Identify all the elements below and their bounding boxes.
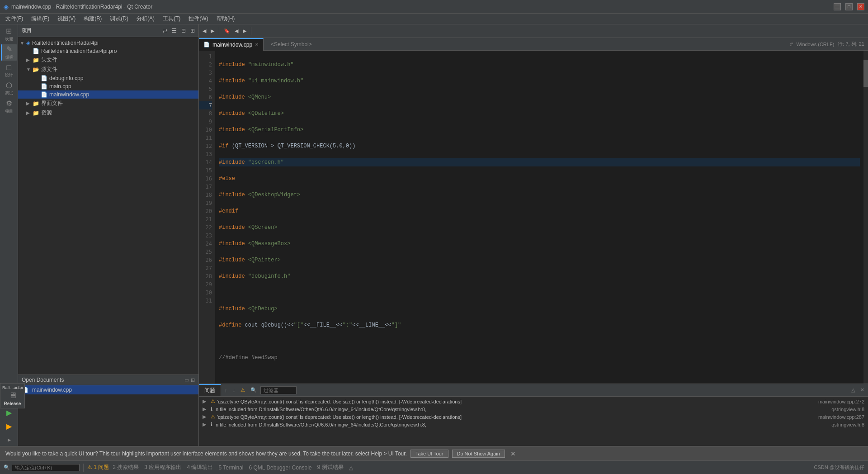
tab-file-icon: 📄: [203, 42, 210, 47]
menu-control[interactable]: 控件(W): [185, 14, 212, 24]
status-bar: 🔍 ⚠ 1 问题 2 搜索结果 3 应用程序输出 4 编译输出 5 Termin…: [0, 460, 868, 474]
issue-1-warn-icon: ⚠: [211, 398, 215, 404]
issues-filter-input[interactable]: [260, 386, 297, 394]
open-docs-close-btn[interactable]: ▭: [184, 377, 189, 383]
tree-item-headers[interactable]: ▶ 📁 头文件: [18, 55, 198, 65]
title-bar: ◈ mainwindow.cpp - RailteIdentificationR…: [0, 0, 868, 14]
line-numbers: 12345 678910 1112131415 1617181920 21222…: [199, 51, 215, 384]
debuginfo-file-icon: 📄: [41, 75, 47, 81]
take-tour-button[interactable]: Take UI Tour: [410, 450, 448, 458]
issues-maximize-btn[interactable]: △: [849, 384, 857, 396]
test-tab[interactable]: 9 测试结果: [316, 464, 345, 471]
issue-row-2[interactable]: ▶ ℹ In file included from D:/Install/Sof…: [199, 405, 868, 413]
kit-mode-label: Release: [2, 401, 23, 406]
debug-run-button[interactable]: ▶: [1, 420, 17, 432]
issue-4-info-icon: ℹ: [211, 422, 212, 427]
menu-build[interactable]: 构建(B): [80, 14, 105, 24]
kit-selector[interactable]: Railt...ar4pi 🖥 Release: [0, 383, 25, 408]
issue-row-3[interactable]: ▶ ⚠ 'qsizetype QByteArray::count() const…: [199, 413, 868, 421]
code-lines[interactable]: #include "mainwindow.h" #include "ui_mai…: [215, 51, 863, 384]
menu-analyze[interactable]: 分析(A): [133, 14, 158, 24]
sidebar-item-edit[interactable]: ✎ 编辑: [1, 44, 17, 61]
tree-item-resources[interactable]: ▶ 📁 资源: [18, 108, 198, 118]
open-doc-mainwindow[interactable]: 📄 mainwindow.cpp: [18, 385, 198, 394]
tour-text: Would you like to take a quick UI tour? …: [5, 450, 407, 457]
tree-item-main[interactable]: 📄 main.cpp: [18, 82, 198, 90]
issues-down-btn[interactable]: ↓: [231, 387, 237, 394]
issue-row-1[interactable]: ▶ ⚠ 'qsizetype QByteArray::count() const…: [199, 398, 868, 405]
kit-monitor-icon: 🖥: [2, 391, 23, 400]
panel-filter-btn[interactable]: ☰: [170, 27, 179, 35]
tour-close-icon[interactable]: ✕: [510, 450, 516, 457]
sidebar-item-design[interactable]: ◻ 设计: [1, 62, 17, 79]
issues-close-btn[interactable]: ✕: [859, 384, 866, 396]
sidebar-label-project: 项目: [5, 109, 13, 114]
forward-btn[interactable]: ▶: [209, 27, 216, 35]
editor-area: ◀ ▶ 🔖 ◀ ▶ 📄 mainwindow.cpp ✕ <Select Sym…: [199, 24, 868, 474]
issues-warn-btn[interactable]: ⚠: [239, 386, 247, 394]
issue-1-expand: ▶: [203, 398, 209, 404]
menu-bar: 文件(F) 编辑(E) 视图(V) 构建(B) 调试(D) 分析(A) 工具(T…: [0, 14, 868, 24]
app-icon: ◈: [4, 3, 9, 10]
mainwindow-file-icon: 📄: [41, 91, 47, 98]
tree-item-ui[interactable]: ▶ 📁 界面文件: [18, 99, 198, 108]
nav-up-btn[interactable]: △: [349, 465, 353, 471]
issues-filter-btn[interactable]: 🔍: [249, 386, 259, 394]
editor-scrollbar[interactable]: [863, 51, 868, 384]
minimize-button[interactable]: —: [834, 3, 841, 10]
menu-file[interactable]: 文件(F): [2, 14, 27, 24]
nav-next-btn[interactable]: ▶: [241, 27, 248, 35]
pro-file-icon: 📄: [33, 48, 39, 54]
nav-prev-btn[interactable]: ◀: [233, 27, 240, 35]
tree-item-sources[interactable]: ▼ 📂 源文件: [18, 65, 198, 74]
tree-item-pro[interactable]: 📄 RailteIdentificationRadar4pi.pro: [18, 47, 198, 55]
tab-close-btn[interactable]: ✕: [255, 42, 259, 47]
sidebar-item-welcome[interactable]: ⊞ 欢迎: [1, 26, 17, 43]
menu-tools[interactable]: 工具(T): [159, 14, 184, 24]
issue-2-text: In file included from D:/Install/Softwar…: [214, 407, 426, 412]
search-results-tab[interactable]: 2 搜索结果: [111, 464, 141, 471]
menu-help[interactable]: 帮助(H): [213, 14, 239, 24]
panel-sync-btn[interactable]: ⇄: [161, 27, 169, 35]
issue-row-4[interactable]: ▶ ℹ In file included from D:/Install/Sof…: [199, 421, 868, 428]
code-view[interactable]: 12345 678910 1112131415 1617181920 21222…: [199, 51, 868, 384]
compile-tab[interactable]: 4 编译输出: [185, 464, 215, 471]
open-docs-expand-btn[interactable]: ⊞: [191, 377, 195, 383]
goto-input[interactable]: [12, 464, 80, 471]
close-button[interactable]: ✕: [857, 3, 864, 10]
tab-mainwindow[interactable]: 📄 mainwindow.cpp ✕: [199, 38, 264, 51]
menu-edit[interactable]: 编辑(E): [28, 14, 53, 24]
sidebar-label-design: 设计: [5, 72, 13, 78]
menu-view[interactable]: 视图(V): [54, 14, 79, 24]
tree-label-headers: 头文件: [41, 56, 57, 64]
build-button[interactable]: ▸: [1, 433, 17, 446]
maximize-button[interactable]: □: [845, 3, 853, 10]
tree-label-main: main.cpp: [49, 83, 71, 90]
issue-1-file: mainwindow.cpp:272: [818, 399, 864, 404]
panel-close-btn[interactable]: ⊟: [179, 27, 188, 35]
issues-up-btn[interactable]: ↑: [223, 387, 229, 394]
tree-item-debuginfo[interactable]: 📄 debuginfo.cpp: [18, 74, 198, 82]
tree-label-mainwindow: mainwindow.cpp: [49, 91, 89, 98]
panel-more-btn[interactable]: ⊞: [189, 27, 197, 35]
app-output-tab[interactable]: 3 应用程序输出: [142, 464, 183, 471]
sidebar-item-project[interactable]: ⚙ 项目: [1, 99, 17, 115]
bookmark-btn[interactable]: 🔖: [222, 27, 232, 35]
dismiss-tour-button[interactable]: Do Not Show Again: [452, 450, 505, 458]
terminal-tab[interactable]: 5 Terminal: [217, 465, 245, 471]
headers-folder-icon: 📁: [33, 57, 39, 63]
tree-item-root[interactable]: ▼ ◈ RailteIdentificationRadar4pi: [18, 39, 198, 47]
project-tree: ▼ ◈ RailteIdentificationRadar4pi 📄 Railt…: [18, 37, 198, 374]
sidebar-item-debug[interactable]: ⬡ 调试: [1, 81, 17, 97]
ui-folder-icon: 📁: [33, 100, 39, 107]
tab-issues[interactable]: 问题: [199, 384, 221, 396]
back-btn[interactable]: ◀: [201, 27, 208, 35]
tree-item-mainwindow[interactable]: 📄 mainwindow.cpp: [18, 90, 198, 99]
qml-debug-tab[interactable]: 6 QML Debugger Console: [247, 465, 314, 471]
project-icon: ⚙: [6, 99, 12, 108]
status-icon: 🔍: [4, 465, 10, 470]
editor-content: 12345 678910 1112131415 1617181920 21222…: [199, 51, 868, 474]
run-button[interactable]: ▶: [1, 406, 17, 419]
menu-debug[interactable]: 调试(D): [106, 14, 132, 24]
scrollbar-thumb[interactable]: [863, 60, 868, 87]
